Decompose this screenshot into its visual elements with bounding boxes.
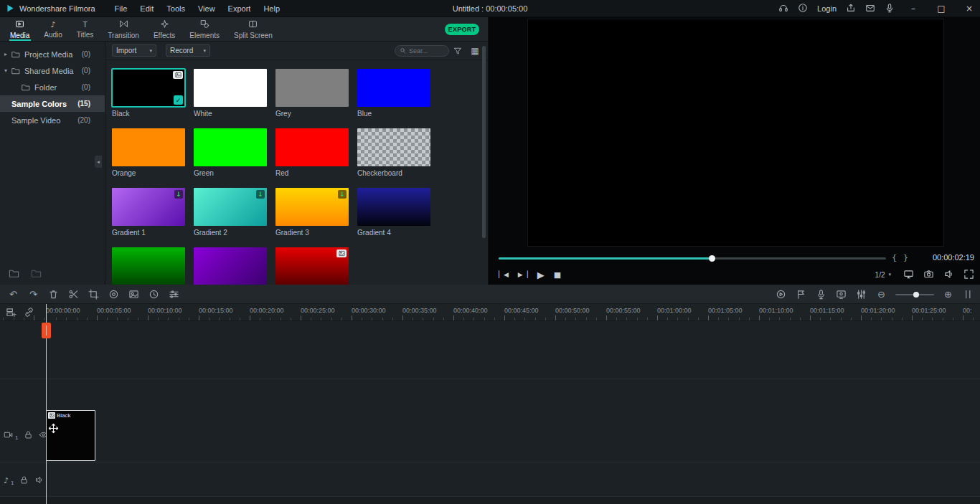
- volume-icon[interactable]: [943, 269, 954, 281]
- close-button[interactable]: ×: [960, 4, 979, 14]
- media-item-white[interactable]: White: [194, 69, 267, 119]
- zoom-slider-handle[interactable]: [913, 292, 919, 298]
- crop-icon[interactable]: [88, 288, 100, 300]
- media-thumbnail[interactable]: [194, 69, 267, 107]
- sidebar-item-project-media[interactable]: ▸Project Media(0): [0, 46, 105, 62]
- menu-edit[interactable]: Edit: [140, 4, 154, 13]
- menu-export[interactable]: Export: [228, 4, 251, 13]
- media-thumbnail[interactable]: [194, 247, 267, 285]
- manage-tracks-icon[interactable]: [6, 307, 17, 319]
- tab-media[interactable]: Media: [3, 17, 37, 41]
- sidebar-item-sample-video[interactable]: Sample Video(20): [0, 112, 105, 128]
- new-folder-icon[interactable]: [9, 268, 19, 280]
- media-scrollbar[interactable]: [482, 46, 486, 238]
- voiceover-icon[interactable]: [815, 288, 827, 300]
- panel-collapse-handle[interactable]: ◂: [95, 156, 102, 168]
- menu-tools[interactable]: Tools: [166, 4, 185, 13]
- snapshot-icon[interactable]: [923, 269, 934, 281]
- media-thumbnail[interactable]: [112, 247, 185, 285]
- timeline-zoom-slider[interactable]: [895, 294, 934, 295]
- fullscreen-icon[interactable]: [963, 269, 974, 281]
- mail-icon[interactable]: [865, 3, 875, 14]
- mark-out-icon[interactable]: }: [903, 253, 908, 262]
- expander-icon[interactable]: ▾: [4, 67, 11, 74]
- monitor-icon[interactable]: [903, 269, 914, 281]
- headset-icon[interactable]: [778, 3, 788, 14]
- import-dropdown[interactable]: Import ▾: [112, 44, 156, 57]
- seek-handle[interactable]: [709, 255, 715, 262]
- media-thumbnail[interactable]: ↓: [112, 188, 185, 226]
- prev-frame-button[interactable]: ▏◀: [499, 271, 509, 278]
- media-item-green[interactable]: Green: [194, 128, 267, 179]
- sidebar-item-folder[interactable]: Folder(0): [0, 79, 105, 95]
- media-item-black[interactable]: ✓Black: [112, 69, 185, 119]
- media-thumbnail[interactable]: [357, 69, 430, 107]
- media-thumbnail[interactable]: [112, 128, 185, 166]
- lock-icon[interactable]: [24, 430, 33, 441]
- speed-icon[interactable]: [148, 288, 160, 300]
- preview-zoom-select[interactable]: 1/2 ▾: [875, 271, 891, 279]
- mic-icon[interactable]: [885, 3, 895, 14]
- redo-icon[interactable]: ↷: [27, 288, 39, 300]
- audio-mixer-icon[interactable]: [855, 288, 867, 300]
- grid-view-icon[interactable]: ▦: [469, 45, 481, 57]
- media-item-item[interactable]: [275, 247, 349, 285]
- playhead-handle[interactable]: [42, 323, 51, 338]
- login-button[interactable]: Login: [817, 4, 837, 13]
- media-item-item[interactable]: [194, 247, 267, 285]
- search-input[interactable]: [409, 47, 444, 54]
- menu-file[interactable]: File: [115, 4, 128, 13]
- link-icon[interactable]: [24, 307, 34, 319]
- tab-effects[interactable]: Effects: [146, 17, 182, 41]
- render-preview-icon[interactable]: [775, 288, 787, 300]
- play-button[interactable]: ▶: [537, 270, 545, 280]
- zoom-out-icon[interactable]: ⊖: [875, 288, 887, 300]
- folder-view-icon[interactable]: [31, 268, 42, 280]
- menu-view[interactable]: View: [198, 4, 215, 13]
- export-button[interactable]: EXPORT: [445, 24, 479, 35]
- media-item-gradient-1[interactable]: ↓Gradient 1: [112, 188, 185, 238]
- media-thumbnail[interactable]: ↓: [194, 188, 267, 226]
- media-thumbnail[interactable]: [357, 128, 430, 166]
- expander-icon[interactable]: ▸: [4, 51, 11, 57]
- seek-bar[interactable]: [499, 257, 886, 260]
- media-thumbnail[interactable]: [357, 188, 430, 226]
- maximize-button[interactable]: □: [932, 4, 951, 14]
- mark-in-icon[interactable]: {: [892, 253, 897, 262]
- media-item-orange[interactable]: Orange: [112, 128, 185, 179]
- media-thumbnail[interactable]: ↓: [275, 188, 349, 226]
- timeline-ruler[interactable]: 00:00:00:0000:00:05:0000:00:10:0000:00:1…: [0, 304, 980, 321]
- timeline-clip-black[interactable]: Black: [46, 410, 95, 461]
- info-icon[interactable]: [798, 3, 808, 14]
- tab-split-screen[interactable]: Split Screen: [227, 17, 280, 41]
- download-badge-icon[interactable]: ↓: [174, 190, 183, 199]
- color-icon[interactable]: [108, 288, 120, 300]
- media-item-blue[interactable]: Blue: [357, 69, 430, 119]
- filter-icon[interactable]: [452, 45, 463, 57]
- download-badge-icon[interactable]: ↓: [338, 190, 347, 199]
- media-item-item[interactable]: [112, 247, 185, 285]
- media-item-gradient-4[interactable]: Gradient 4: [357, 188, 430, 238]
- lock-icon[interactable]: [19, 475, 29, 486]
- stop-button[interactable]: ■: [554, 270, 561, 280]
- delete-icon[interactable]: [47, 288, 60, 300]
- media-thumbnail[interactable]: [275, 128, 349, 166]
- zoom-in-icon[interactable]: ⊕: [942, 288, 954, 300]
- sidebar-item-sample-colors[interactable]: Sample Colors(15): [0, 95, 105, 112]
- undo-icon[interactable]: ↶: [7, 288, 19, 300]
- fit-timeline-icon[interactable]: [962, 288, 974, 300]
- tab-transition[interactable]: Transition: [100, 17, 146, 41]
- media-item-red[interactable]: Red: [275, 128, 349, 179]
- media-thumbnail[interactable]: [275, 247, 349, 285]
- green-screen-icon[interactable]: [128, 288, 140, 300]
- media-thumbnail[interactable]: [275, 69, 349, 107]
- tab-audio[interactable]: ♪ Audio: [37, 17, 70, 41]
- marker-icon[interactable]: [795, 288, 807, 300]
- menu-help[interactable]: Help: [263, 4, 280, 13]
- minimize-button[interactable]: –: [904, 4, 923, 14]
- publish-icon[interactable]: [846, 3, 856, 14]
- sidebar-item-shared-media[interactable]: ▾Shared Media(0): [0, 62, 105, 79]
- media-item-checkerboard[interactable]: Checkerboard: [357, 128, 430, 179]
- media-item-gradient-2[interactable]: ↓Gradient 2: [194, 188, 267, 238]
- speaker-icon[interactable]: [34, 475, 44, 486]
